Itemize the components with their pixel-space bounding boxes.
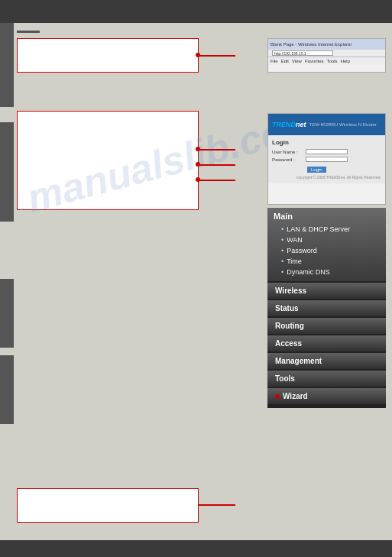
login-body: Login User Name : Password : Login copyr… [268,135,385,183]
nav-routing-button[interactable]: Routing [267,318,386,334]
browser-screenshot: Blank Page - Windows Internet Explorer h… [267,38,386,73]
sidebar-strip-2 [0,122,14,222]
menu-tools[interactable]: Tools [327,59,338,63]
nav-item-time-label: Time [287,257,302,265]
text-box-2 [17,111,199,210]
menu-edit[interactable]: Edit [281,59,289,63]
nav-main-title: Main [274,212,380,221]
top-bar [0,0,392,23]
login-screenshot: TRENDnet TEW-652BRU Wireless N Router Lo… [267,113,386,205]
nav-item-password-label: Password [287,247,317,254]
nav-wizard-label: Wizard [283,392,308,400]
password-input[interactable] [306,157,348,162]
router-model-text: TEW-652BRU Wireless N Router [309,122,377,127]
connector-line-3 [199,504,235,506]
nav-main-section: Main LAN & DHCP Server WAN Password Time… [267,208,386,281]
connector-dot-2c [196,177,200,182]
sidebar-strip-1 [0,23,14,107]
text-box-1 [17,38,199,73]
nav-status-button[interactable]: Status [267,300,386,316]
nav-wizard-button[interactable]: Wizard [267,388,386,404]
connector-line-2a [199,149,235,151]
connector-dot-1 [196,53,200,57]
menu-file[interactable]: File [271,59,278,63]
nav-item-lan-dhcp[interactable]: LAN & DHCP Server [274,224,380,235]
login-title: Login [272,139,381,146]
trendnet-header: TRENDnet TEW-652BRU Wireless N Router [268,114,385,135]
connector-dot-2b [196,162,200,167]
connector-dot-2a [196,147,200,151]
menu-view[interactable]: View [292,59,302,63]
nav-item-password[interactable]: Password [274,245,380,256]
nav-item-lan-dhcp-label: LAN & DHCP Server [287,225,350,233]
sidebar-strip-4 [0,355,14,424]
browser-menu: File Edit View Favorites Tools Help [268,57,385,65]
trendnet-logo: TRENDnet [272,121,306,128]
nav-item-wan-label: WAN [287,236,303,244]
nav-panel: Main LAN & DHCP Server WAN Password Time… [267,208,386,408]
wizard-connector-dot [275,394,280,399]
nav-item-dynamic-dns-label: Dynamic DNS [287,268,330,276]
nav-item-time[interactable]: Time [274,256,380,267]
nav-tools-button[interactable]: Tools [267,371,386,387]
copyright-text: copyright © 2009 TRENDnet. All Rights Re… [272,175,381,180]
bottom-bar [0,540,392,557]
menu-help[interactable]: Help [341,59,350,63]
browser-address-text: http://192.168.10.1 [274,51,306,56]
connector-line-2c [199,180,235,181]
login-submit-button[interactable]: Login [307,167,326,173]
nav-item-wan[interactable]: WAN [274,235,380,245]
menu-favorites[interactable]: Favorites [305,59,324,63]
connector-line-1 [199,55,235,57]
connector-line-2b [199,164,235,166]
browser-toolbar: http://192.168.10.1 [268,50,385,57]
sidebar-strip-3 [0,279,14,348]
text-box-3 [17,488,199,523]
username-input[interactable] [306,149,348,154]
nav-access-button[interactable]: Access [267,335,386,351]
username-label: User Name : [272,150,304,154]
nav-item-dynamic-dns[interactable]: Dynamic DNS [274,267,380,277]
browser-address-bar[interactable]: http://192.168.10.1 [272,50,333,56]
nav-management-button[interactable]: Management [267,353,386,369]
password-label: Password : [272,157,304,162]
browser-title-text: Blank Page - Windows Internet Explorer [271,42,352,47]
login-username-row: User Name : [272,149,381,154]
nav-wireless-button[interactable]: Wireless [267,283,386,299]
login-password-row: Password : [272,157,381,162]
browser-titlebar: Blank Page - Windows Internet Explorer [268,39,385,50]
